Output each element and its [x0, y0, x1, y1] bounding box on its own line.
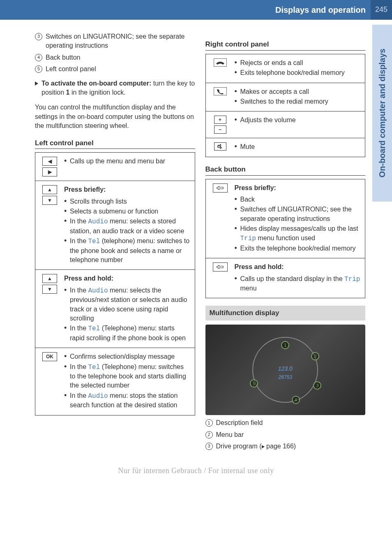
text-cell: Adjusts the volume: [235, 111, 365, 138]
back-icon: [213, 262, 228, 272]
multifunction-heading: Multifunction display: [205, 306, 366, 320]
callout-marker-4: 4: [292, 396, 300, 404]
key-icon: OK: [42, 352, 57, 361]
callout-item: 3Drive program ( page 166): [205, 442, 366, 451]
numbered-text: Left control panel: [46, 65, 96, 74]
list-item: Switches off LINGUATRONIC; see the separ…: [235, 205, 361, 223]
page-header: Displays and operation 245: [0, 0, 392, 20]
callout-marker-2: 2: [311, 352, 319, 360]
key-icon: ▶: [42, 167, 57, 176]
circle-number-icon: 1: [205, 419, 213, 427]
triangle-bullet-icon: [35, 81, 38, 86]
circle-number-icon: 3: [205, 443, 213, 450]
icon-cell: [206, 54, 235, 83]
menu-name: Tel: [88, 325, 100, 332]
key-icon: ▼: [42, 285, 57, 294]
icon-cell: [206, 258, 235, 298]
icon-cell: ◀▶: [35, 153, 64, 181]
list-item: In the Audio menu: selects the previous/…: [64, 286, 191, 323]
callout-text: Description field: [216, 418, 263, 427]
section-tab-label: On-board computer and displays: [376, 49, 388, 177]
speedometer-gauge: 123.0 26753 1 2 3 4 5: [252, 337, 318, 403]
callout-marker-1: 1: [281, 341, 289, 349]
left-column: 3Switches on LINGUATRONIC; see the separ…: [35, 32, 195, 453]
numbered-item: 3Switches on LINGUATRONIC; see the separ…: [35, 32, 195, 51]
watermark-text: Nur für internen Gebrauch / For internal…: [0, 466, 392, 476]
list-item: In the Tel (telephone) menu: switches to…: [64, 237, 191, 265]
list-item: Rejects or ends a call: [235, 58, 361, 67]
callout-item: 1Description field: [205, 418, 366, 427]
icon-cell: +−: [206, 111, 235, 138]
menu-name: Tel: [88, 364, 100, 371]
activate-instruction: To activate the on-board computer: turn …: [35, 79, 195, 97]
key-icon: ▲: [42, 185, 57, 194]
text-cell: Rejects or ends a callExits telephone bo…: [235, 54, 365, 83]
callout-marker-5: 5: [250, 379, 258, 388]
key-icon: ▲: [42, 274, 57, 283]
panel-row: Press briefly:BackSwitches off LINGUATRO…: [206, 179, 365, 259]
left-panel-heading: Left control panel: [35, 138, 195, 149]
control-paragraph: You can control the multifunction displa…: [35, 103, 195, 130]
list-item: Calls up the standard display in the Tri…: [235, 274, 361, 293]
list-item: Mute: [235, 142, 361, 151]
numbered-item: 4Back button: [35, 53, 195, 62]
callout-text: Menu bar: [216, 430, 244, 439]
callout-item: 2Menu bar: [205, 430, 366, 439]
instrument-cluster-image: 123.0 26753 1 2 3 4 5: [205, 325, 366, 415]
key-icon: ▼: [42, 196, 57, 205]
text-cell: Press and hold:In the Audio menu: select…: [64, 270, 195, 348]
activate-prefix: To activate the on-board computer:: [42, 80, 151, 87]
text-cell: Press and hold:Calls up the standard dis…: [235, 258, 365, 298]
text-cell: Press briefly:Scrolls through listsSelec…: [64, 181, 195, 269]
icon-cell: ▲▼: [35, 181, 64, 269]
sub-heading: Press briefly:: [64, 185, 191, 194]
callout-text: Drive program ( page 166): [216, 442, 296, 451]
icon-cell: OK: [35, 348, 64, 415]
sub-heading: Press and hold:: [64, 274, 191, 283]
page-number: 245: [371, 0, 392, 20]
pickup-icon: [214, 87, 227, 95]
panel-row: Makes or accepts a callSwitches to the r…: [206, 83, 365, 112]
panel-row: ◀▶Calls up the menu and menu bar: [35, 153, 195, 181]
mute-icon: [214, 142, 226, 151]
volume-up-icon: +: [214, 116, 226, 124]
numbered-continuation-list: 3Switches on LINGUATRONIC; see the separ…: [35, 32, 195, 74]
list-item: Exits telephone book/redial memory: [235, 68, 361, 77]
text-cell: Confirms selection/display messageIn the…: [64, 348, 195, 415]
text-cell: Press briefly:BackSwitches off LINGUATRO…: [235, 179, 365, 258]
menu-name: Tel: [88, 238, 100, 245]
page-ref-icon: [262, 445, 265, 448]
right-panel-table: Rejects or ends a callExits telephone bo…: [205, 54, 366, 157]
panel-row: Rejects or ends a callExits telephone bo…: [206, 54, 365, 83]
circle-number-icon: 2: [205, 431, 213, 439]
menu-name: Trip: [344, 276, 360, 283]
callout-marker-3: 3: [313, 381, 321, 390]
menu-name: Trip: [240, 235, 256, 242]
list-item: Makes or accepts a call: [235, 87, 361, 96]
svg-rect-1: [214, 87, 227, 95]
list-item: In the Tel (Telephone) menu: starts rapi…: [64, 324, 191, 343]
list-item: Calls up the menu and menu bar: [64, 157, 191, 166]
panel-row: ▲▼Press briefly:Scrolls through listsSel…: [35, 181, 195, 270]
text-cell: Makes or accepts a callSwitches to the r…: [235, 83, 365, 111]
icon-cell: ▲▼: [35, 270, 64, 348]
list-item: Adjusts the volume: [235, 116, 361, 125]
header-title: Displays and operation: [275, 4, 371, 16]
panel-row: OKConfirms selection/display messageIn t…: [35, 348, 195, 415]
list-item: In the Tel (Telephone) menu: switches to…: [64, 362, 191, 390]
panel-row: Press and hold:Calls up the standard dis…: [206, 258, 365, 298]
list-item: Selects a submenu or function: [64, 207, 191, 216]
numbered-text: Switches on LINGUATRONIC; see the separa…: [46, 32, 195, 51]
panel-row: +−Adjusts the volume: [206, 111, 365, 138]
list-item: In the Audio menu: stops the station sea…: [64, 391, 191, 410]
list-item: Exits the telephone book/redial memory: [235, 244, 361, 253]
icon-cell: [206, 138, 235, 156]
menu-name: Audio: [88, 218, 108, 225]
circle-number-icon: 4: [35, 54, 42, 61]
section-tab: On-board computer and displays: [372, 25, 392, 202]
right-panel-heading: Right control panel: [205, 39, 366, 51]
numbered-item: 5Left control panel: [35, 65, 195, 74]
icon-cell: [206, 179, 235, 258]
list-item: Confirms selection/display message: [64, 352, 191, 361]
hangup-icon: [214, 58, 227, 67]
